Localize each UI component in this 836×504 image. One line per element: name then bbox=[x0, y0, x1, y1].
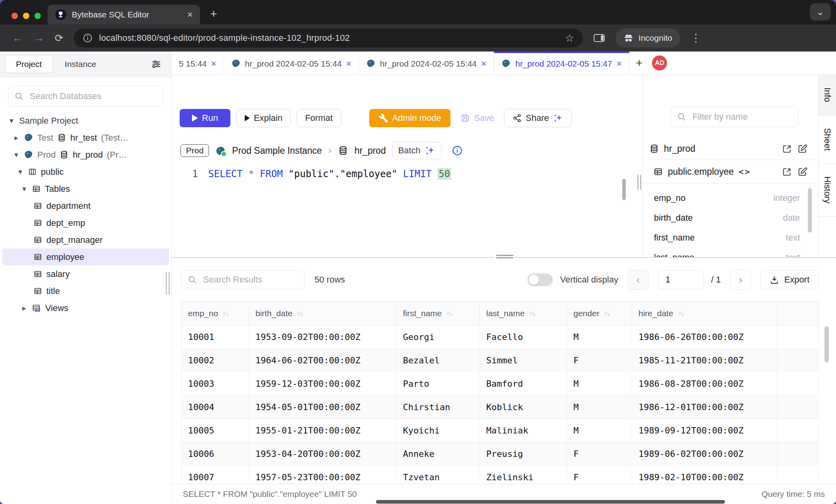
sparkles-icon bbox=[553, 113, 563, 123]
sql-editor[interactable]: 1 SELECT * FROM "public"."employee" LIMI… bbox=[172, 163, 642, 257]
caret-right-icon[interactable]: ▸ bbox=[21, 304, 28, 313]
breadcrumb-instance[interactable]: Prod Sample Instance bbox=[232, 145, 322, 156]
batch-button[interactable]: Batch bbox=[392, 142, 441, 159]
tree-project-row[interactable]: ▾ Sample Project bbox=[0, 112, 171, 129]
rail-tab-info[interactable]: Info bbox=[819, 75, 836, 115]
address-bar[interactable]: localhost:8080/sql-editor/prod-sample-in… bbox=[74, 29, 583, 48]
zoom-window-button[interactable] bbox=[35, 13, 41, 19]
filter-box[interactable] bbox=[671, 107, 798, 127]
format-button[interactable]: Format bbox=[297, 109, 341, 127]
external-link-icon[interactable] bbox=[782, 143, 792, 154]
sidebar-resize-handle[interactable] bbox=[166, 272, 170, 295]
editor-tab-2[interactable]: hr_prod 2024-02-05 15:44 × bbox=[224, 52, 359, 74]
close-icon[interactable]: × bbox=[481, 59, 486, 69]
bookmark-icon[interactable]: ☆ bbox=[565, 32, 574, 44]
search-databases-input[interactable] bbox=[29, 91, 157, 102]
editor-tab-active[interactable]: hr_prod 2024-02-05 15:47 × bbox=[494, 52, 629, 74]
back-icon[interactable]: ← bbox=[12, 32, 23, 44]
minimize-window-button[interactable] bbox=[23, 13, 29, 19]
close-icon[interactable]: × bbox=[616, 59, 621, 69]
edit-icon[interactable] bbox=[797, 166, 808, 177]
results-search-box[interactable] bbox=[181, 270, 305, 289]
rail-tab-history[interactable]: History bbox=[819, 164, 836, 216]
browser-menu-icon[interactable]: ⋮ bbox=[690, 32, 702, 44]
tab-project[interactable]: Project bbox=[6, 56, 52, 73]
page-number-input[interactable] bbox=[658, 270, 704, 289]
col-header-birth_date[interactable]: birth_date bbox=[249, 302, 397, 325]
tree-table-salary[interactable]: salary bbox=[0, 265, 171, 283]
tree-tables-group-row[interactable]: ▾ Tables bbox=[0, 180, 171, 197]
tree-table-employee-selected[interactable]: employee bbox=[2, 248, 169, 265]
sort-icon[interactable] bbox=[222, 310, 230, 318]
sort-icon[interactable] bbox=[529, 310, 536, 318]
sort-icon[interactable] bbox=[603, 310, 611, 318]
browser-tab[interactable]: Bytebase SQL Editor × bbox=[48, 5, 200, 25]
sort-icon[interactable] bbox=[446, 310, 453, 318]
panel-scrollbar[interactable] bbox=[808, 188, 812, 233]
search-results-input[interactable] bbox=[202, 274, 299, 285]
filter-by-name-input[interactable] bbox=[692, 111, 792, 122]
tree-table-title[interactable]: title bbox=[0, 283, 171, 300]
sort-icon[interactable] bbox=[677, 310, 685, 318]
browser-tab-strip: Bytebase SQL Editor × + ⌄ bbox=[0, 0, 836, 25]
tab-overflow-button[interactable]: ⌄ bbox=[810, 3, 830, 21]
next-page-button[interactable]: › bbox=[730, 270, 751, 290]
editor-tab-3[interactable]: hr_prod 2024-02-05 15:44 × bbox=[359, 52, 494, 74]
caret-down-icon[interactable]: ▾ bbox=[13, 150, 20, 159]
horizontal-resize-handle[interactable] bbox=[495, 253, 515, 260]
caret-down-icon[interactable]: ▾ bbox=[8, 116, 15, 125]
prev-page-button[interactable]: ‹ bbox=[628, 270, 648, 290]
horizontal-scrollbar[interactable] bbox=[376, 500, 725, 504]
side-panel-icon[interactable] bbox=[593, 33, 605, 43]
breadcrumb-database[interactable]: hr_prod bbox=[355, 145, 386, 156]
editor-tab-1[interactable]: 5 15:44 × bbox=[172, 52, 224, 74]
close-icon[interactable]: × bbox=[211, 59, 216, 69]
save-button[interactable]: Save bbox=[456, 109, 498, 127]
avatar[interactable]: AD bbox=[652, 55, 667, 71]
close-tab-icon[interactable]: × bbox=[187, 10, 193, 19]
tree-table-dept_emp[interactable]: dept_emp bbox=[0, 214, 171, 231]
tab-instance[interactable]: Instance bbox=[54, 56, 106, 73]
close-icon[interactable]: × bbox=[346, 59, 351, 69]
tree-db-hr_prod-row[interactable]: ▾ Prod hr_prod (Pr… bbox=[0, 146, 171, 163]
database-icon bbox=[338, 145, 348, 156]
export-button[interactable]: Export bbox=[760, 270, 819, 289]
tree-table-department[interactable]: department bbox=[0, 197, 171, 214]
col-header-gender[interactable]: gender bbox=[567, 302, 632, 325]
sort-icon[interactable] bbox=[296, 310, 304, 318]
explain-button[interactable]: Explain bbox=[236, 109, 291, 127]
tree-views-group-row[interactable]: ▸ Views bbox=[0, 300, 171, 317]
rail-tab-sheet[interactable]: Sheet bbox=[819, 115, 836, 164]
new-sheet-button[interactable]: + bbox=[629, 56, 649, 70]
tree-schema-row[interactable]: ▾ public bbox=[0, 163, 171, 180]
edit-icon[interactable] bbox=[797, 143, 808, 154]
info-icon[interactable] bbox=[452, 145, 463, 156]
vertical-display-toggle[interactable] bbox=[527, 273, 553, 286]
page-info-icon[interactable] bbox=[82, 33, 93, 43]
caret-down-icon[interactable]: ▾ bbox=[17, 167, 24, 176]
external-link-icon[interactable] bbox=[782, 166, 792, 177]
panel-resize-handle[interactable] bbox=[637, 175, 641, 190]
share-button[interactable]: Share bbox=[504, 109, 572, 127]
editor-scrollbar[interactable] bbox=[622, 179, 626, 200]
tree-table-dept_manager[interactable]: dept_manager bbox=[0, 231, 171, 248]
col-header-emp_no[interactable]: emp_no bbox=[182, 302, 249, 325]
close-window-button[interactable] bbox=[12, 13, 18, 19]
run-button[interactable]: Run bbox=[180, 109, 230, 127]
results-scrollbar[interactable] bbox=[824, 326, 829, 363]
tune-icon[interactable] bbox=[151, 59, 162, 70]
col-header-first_name[interactable]: first_name bbox=[397, 302, 480, 325]
caret-down-icon[interactable]: ▾ bbox=[21, 184, 28, 193]
col-header-hire_date[interactable]: hire_date bbox=[632, 302, 777, 325]
reload-icon[interactable]: ⟳ bbox=[55, 33, 63, 43]
tree-db-hr_test-row[interactable]: ▸ Test hr_test (Test… bbox=[0, 129, 171, 146]
caret-right-icon[interactable]: ▸ bbox=[13, 133, 20, 142]
code-icon[interactable]: <> bbox=[738, 167, 751, 177]
new-tab-button[interactable]: + bbox=[210, 7, 217, 25]
database-search[interactable] bbox=[8, 86, 163, 107]
database-name: hr_test bbox=[70, 133, 97, 143]
search-icon bbox=[187, 275, 197, 285]
forward-icon[interactable]: → bbox=[33, 32, 44, 44]
admin-mode-button[interactable]: Admin mode bbox=[369, 109, 451, 127]
col-header-last_name[interactable]: last_name bbox=[480, 302, 567, 325]
